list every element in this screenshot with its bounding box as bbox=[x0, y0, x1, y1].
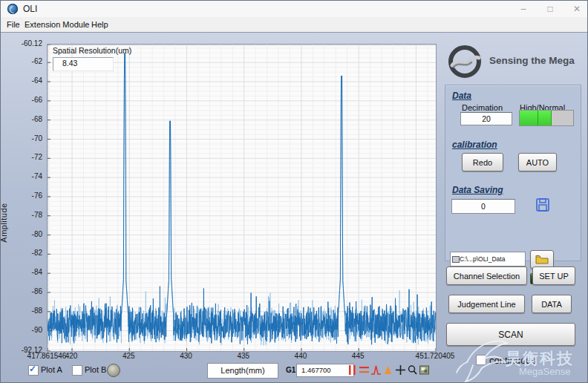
minimize-button[interactable]: – bbox=[512, 1, 535, 17]
y-axis-title: Amplitude bbox=[0, 203, 8, 242]
y-tick-label: -74 bbox=[10, 172, 42, 180]
y-tick-label: -64 bbox=[10, 76, 42, 85]
x-tick-label: 417.861546 bbox=[27, 352, 67, 360]
y-tick-label: -60.12 bbox=[10, 39, 42, 48]
status-led bbox=[107, 364, 120, 377]
x-tick-label: 435 bbox=[237, 352, 249, 360]
save-path-field[interactable]: C:\...p\OLI_Data bbox=[450, 252, 526, 266]
peak-marker-icon[interactable] bbox=[370, 364, 382, 376]
menu-bar: File Extension Module Help bbox=[1, 17, 587, 33]
data-section-heading: Data bbox=[452, 91, 471, 101]
brand-text: Sensing the Mega bbox=[489, 55, 575, 66]
spatial-resolution-label: Spatial Resolution(um) bbox=[53, 46, 131, 55]
maximize-button[interactable]: □ bbox=[538, 1, 562, 17]
high-normal-toggle[interactable] bbox=[519, 110, 574, 126]
x-tick-label: 420 bbox=[65, 352, 78, 360]
spatial-resolution-control: Spatial Resolution(um) 8.43 bbox=[53, 46, 131, 71]
redo-button[interactable]: Redo bbox=[462, 153, 503, 171]
channel-selection-button[interactable]: Channel Selection bbox=[446, 266, 527, 285]
menu-extension-module[interactable]: Extension Module bbox=[20, 17, 94, 32]
y-tick-label: -68 bbox=[10, 115, 42, 123]
plot-b-label: Plot B bbox=[85, 365, 106, 374]
data-saving-heading: Data Saving bbox=[452, 185, 503, 195]
brand-logo-icon bbox=[448, 45, 482, 79]
crosshair-icon[interactable] bbox=[395, 364, 406, 376]
plot-b-checkbox[interactable] bbox=[72, 365, 82, 376]
window-title: OLI bbox=[23, 4, 37, 14]
signal-chart bbox=[48, 45, 436, 351]
control-panel: Data Decimation 20 High/Normal calibrati… bbox=[445, 85, 581, 261]
x-tick-label: 440 bbox=[295, 352, 307, 360]
y-tick-label: -90 bbox=[10, 326, 42, 334]
app-window: OLI – □ ✕ File Extension Module Help Amp… bbox=[0, 0, 588, 383]
y-tick-label: -62 bbox=[10, 57, 42, 65]
plot-a-checkbox[interactable] bbox=[28, 365, 39, 376]
continuous-label: continuous bbox=[489, 355, 536, 366]
y-tick-label: -70 bbox=[10, 134, 42, 143]
y-tick-label: -82 bbox=[10, 249, 42, 257]
watermark-en-text: MegaSense bbox=[519, 366, 570, 377]
g1-label: G1 bbox=[286, 366, 295, 374]
spatial-resolution-value[interactable]: 8.43 bbox=[53, 57, 114, 71]
calibration-section-heading: calibration bbox=[452, 140, 497, 150]
continuous-checkbox[interactable] bbox=[476, 355, 486, 365]
close-button[interactable]: ✕ bbox=[565, 1, 588, 17]
peak-arrow-icon[interactable] bbox=[382, 364, 393, 376]
x-tick-label: 430 bbox=[180, 352, 192, 360]
g1-value-field[interactable]: 1.467700 bbox=[296, 364, 354, 377]
y-tick-label: -86 bbox=[10, 287, 42, 295]
cursor-bars-icon[interactable] bbox=[347, 364, 358, 376]
save-icon[interactable] bbox=[535, 197, 551, 213]
decimation-label: Decimation bbox=[462, 103, 503, 112]
y-tick-label: -76 bbox=[10, 192, 42, 200]
scan-button[interactable]: SCAN bbox=[446, 323, 575, 346]
toggle-green-state bbox=[520, 111, 552, 125]
folder-icon bbox=[535, 255, 549, 264]
y-tick-label: -84 bbox=[10, 268, 42, 276]
x-tick-label: 425 bbox=[122, 352, 135, 360]
title-bar: OLI – □ ✕ bbox=[1, 1, 587, 18]
y-tick-label: -88 bbox=[10, 307, 42, 315]
y-tick-label: -72 bbox=[10, 153, 42, 161]
x-tick-label: 451.720405 bbox=[416, 352, 455, 360]
y-tick-label: -78 bbox=[10, 211, 42, 219]
path-type-icon bbox=[452, 256, 460, 263]
data-button[interactable]: DATA bbox=[532, 295, 572, 313]
plot-a-label: Plot A bbox=[41, 365, 62, 374]
main-content: Amplitude -60.12-62-64-66-68-70-72-74-76… bbox=[1, 32, 588, 383]
plot-canvas[interactable] bbox=[47, 44, 437, 352]
setup-button[interactable]: SET UP bbox=[532, 266, 575, 285]
decimation-field[interactable]: 20 bbox=[460, 112, 512, 125]
y-tick-label: -80 bbox=[10, 230, 42, 238]
app-icon bbox=[7, 4, 18, 14]
auto-button[interactable]: AUTO bbox=[518, 153, 557, 171]
y-tick-label: -66 bbox=[10, 96, 42, 104]
length-display[interactable]: Length(mm) bbox=[207, 363, 278, 379]
zoom-icon[interactable] bbox=[407, 364, 418, 376]
judgement-line-button[interactable]: Judgement Line bbox=[448, 295, 525, 313]
saving-count-field[interactable]: 0 bbox=[451, 199, 515, 214]
threshold-lines-icon[interactable] bbox=[359, 364, 370, 376]
x-tick-label: 445 bbox=[352, 352, 365, 360]
pan-icon[interactable] bbox=[419, 364, 430, 376]
menu-help[interactable]: Help bbox=[87, 17, 113, 32]
